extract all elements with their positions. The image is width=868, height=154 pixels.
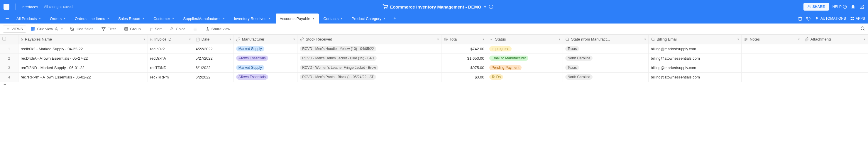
- cell-date[interactable]: 6/1/2022: [193, 63, 234, 72]
- add-row-button[interactable]: +: [0, 82, 868, 87]
- col-notes[interactable]: Notes▼: [741, 35, 802, 44]
- base-title[interactable]: Ecommerce Inventory Management - DEMO ▼: [78, 4, 799, 9]
- col-total[interactable]: Total▼: [441, 35, 487, 44]
- tab-inventory-received[interactable]: Inventory Received▼: [230, 14, 275, 24]
- share-view-button[interactable]: Share view: [204, 26, 232, 32]
- col-manufacturer[interactable]: Manufacturer▼: [234, 35, 297, 44]
- info-icon[interactable]: [489, 4, 493, 9]
- cell-state[interactable]: North Carolina: [563, 72, 648, 82]
- table-row[interactable]: 4rec7RRPm - ATown Essentials - 06-02-22r…: [0, 72, 868, 82]
- cell-status[interactable]: Pending Payment: [487, 63, 563, 72]
- cell-status[interactable]: Email to Manufacturer: [487, 53, 563, 63]
- row-number[interactable]: 4: [0, 72, 18, 82]
- cell-manufacturer[interactable]: Marked Supply: [234, 44, 297, 53]
- tab-contacts[interactable]: Contacts▼: [319, 14, 347, 24]
- cell-notes[interactable]: [741, 63, 802, 72]
- tab-all-products[interactable]: All Products▼: [12, 14, 45, 24]
- col-state[interactable]: State (from Manufact...▼: [563, 35, 648, 44]
- trash-icon[interactable]: [798, 17, 802, 21]
- cell-state[interactable]: Texas: [563, 63, 648, 72]
- cell-date[interactable]: 4/22/2022: [193, 44, 234, 53]
- cell-billing-email[interactable]: billing@atownessentials.com: [648, 53, 741, 63]
- interfaces-link[interactable]: Interfaces: [22, 5, 38, 9]
- history-icon[interactable]: [806, 17, 811, 21]
- bell-icon[interactable]: [850, 4, 856, 9]
- cell-billing-email[interactable]: billing@markedsupply.com: [648, 44, 741, 53]
- tab-supplier-manufacturer[interactable]: Supplier/Manufacturer▼: [179, 14, 229, 24]
- cell-payables-name[interactable]: recDrxhA - ATown Essentials - 05-27-22: [18, 53, 148, 63]
- cell-billing-email[interactable]: billing@markedsupply.com: [648, 63, 741, 72]
- cell-notes[interactable]: [741, 44, 802, 53]
- cell-status[interactable]: In progress: [487, 44, 563, 53]
- view-switcher[interactable]: Grid view ▼: [31, 27, 63, 31]
- cell-total[interactable]: $1,653.00: [441, 53, 487, 63]
- menu-icon[interactable]: ☰: [3, 15, 12, 23]
- col-status[interactable]: Status▼: [487, 35, 563, 44]
- cell-billing-email[interactable]: billing@atownessentials.com: [648, 72, 741, 82]
- col-payables-name[interactable]: fxPayables Name▼: [18, 35, 148, 44]
- cell-stock-received[interactable]: RCVD - Men's Denim Jacket - Blue (15) - …: [298, 53, 441, 63]
- col-billing-email[interactable]: Billing Email▼: [648, 35, 741, 44]
- cell-attachments[interactable]: [802, 63, 868, 72]
- row-number[interactable]: 1: [0, 44, 18, 53]
- cell-manufacturer[interactable]: Marked Supply: [234, 63, 297, 72]
- launch-icon[interactable]: [859, 4, 865, 9]
- row-height-button[interactable]: [191, 26, 199, 32]
- automations-button[interactable]: AUTOMATIONS: [815, 17, 846, 21]
- cell-date[interactable]: 5/27/2022: [193, 53, 234, 63]
- cell-total[interactable]: $975.00: [441, 63, 487, 72]
- col-stock-received[interactable]: Stock Received▼: [298, 35, 441, 44]
- cell-attachments[interactable]: [802, 53, 868, 63]
- table-row[interactable]: 3recTf3ND - Marked Supply - 06-01-22recT…: [0, 63, 868, 72]
- cell-state[interactable]: Texas: [563, 44, 648, 53]
- cell-attachments[interactable]: [802, 44, 868, 53]
- cell-invoice-id[interactable]: recDrxhA: [148, 53, 193, 63]
- table-row[interactable]: 2recDrxhA - ATown Essentials - 05-27-22r…: [0, 53, 868, 63]
- cell-payables-name[interactable]: recIb0k2 - Marked Supply - 04-22-22: [18, 44, 148, 53]
- help-button[interactable]: HELP: [833, 5, 847, 9]
- cell-stock-received[interactable]: RCVD - Women's Leather Fringe Jacket - B…: [298, 63, 441, 72]
- cell-invoice-id[interactable]: recTf3ND: [148, 63, 193, 72]
- filter-button[interactable]: Filter: [100, 26, 118, 32]
- cell-stock-received[interactable]: RCVD - Men's Hoodie - Yellow (10) - 04/0…: [298, 44, 441, 53]
- col-date[interactable]: Date▼: [193, 35, 234, 44]
- cell-notes[interactable]: [741, 53, 802, 63]
- cell-payables-name[interactable]: recTf3ND - Marked Supply - 06-01-22: [18, 63, 148, 72]
- cell-date[interactable]: 6/2/2022: [193, 72, 234, 82]
- col-invoice-id[interactable]: fxInvoice ID▼: [148, 35, 193, 44]
- add-table-button[interactable]: [391, 15, 399, 22]
- cell-state[interactable]: North Carolina: [563, 53, 648, 63]
- hide-fields-button[interactable]: Hide fields: [68, 26, 95, 32]
- color-button[interactable]: Color: [168, 26, 187, 32]
- tab-product-category[interactable]: Product Category▼: [348, 14, 390, 24]
- cell-stock-received[interactable]: RCVD - Men's Pants - Black () - 05/24/22…: [298, 72, 441, 82]
- cell-attachments[interactable]: [802, 72, 868, 82]
- cell-manufacturer[interactable]: ATown Essentials: [234, 72, 297, 82]
- cell-status[interactable]: To Do: [487, 72, 563, 82]
- tab-sales-report[interactable]: Sales Report▼: [114, 14, 149, 24]
- tab-orders-line-items[interactable]: Orders Line Items▼: [71, 14, 114, 24]
- search-button[interactable]: [860, 26, 865, 32]
- row-number[interactable]: 2: [0, 53, 18, 63]
- group-button[interactable]: Group: [122, 26, 142, 32]
- cell-total[interactable]: $0.00: [441, 72, 487, 82]
- tab-accounts-payable[interactable]: Accounts Payable▼: [276, 14, 319, 24]
- select-all-header[interactable]: [0, 35, 18, 44]
- share-button[interactable]: SHARE: [803, 3, 829, 10]
- tab-orders[interactable]: Orders▼: [46, 14, 70, 24]
- views-button[interactable]: VIEWS: [3, 26, 26, 33]
- apps-button[interactable]: APPS: [850, 17, 865, 21]
- logo-icon[interactable]: [3, 4, 9, 10]
- tab-customer[interactable]: Customer▼: [149, 14, 178, 24]
- chevron-down-icon: ▼: [107, 17, 110, 20]
- row-number[interactable]: 3: [0, 63, 18, 72]
- col-attachments[interactable]: Attachments▼: [802, 35, 868, 44]
- sort-button[interactable]: Sort: [147, 26, 164, 32]
- table-row[interactable]: 1recIb0k2 - Marked Supply - 04-22-22recI…: [0, 44, 868, 53]
- cell-invoice-id[interactable]: rec7RRPm: [148, 72, 193, 82]
- cell-payables-name[interactable]: rec7RRPm - ATown Essentials - 06-02-22: [18, 72, 148, 82]
- cell-manufacturer[interactable]: ATown Essentials: [234, 53, 297, 63]
- cell-notes[interactable]: [741, 72, 802, 82]
- cell-total[interactable]: $742.00: [441, 44, 487, 53]
- cell-invoice-id[interactable]: recIb0k2: [148, 44, 193, 53]
